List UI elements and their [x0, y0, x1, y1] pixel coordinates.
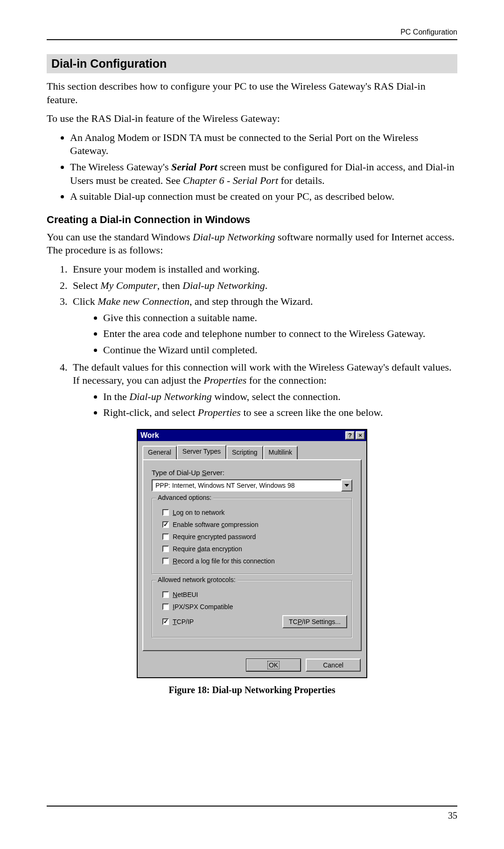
checkbox-label: NetBEUI	[173, 591, 198, 598]
figure-dialog-wrap: Work ? × General Server Types Scripting …	[47, 429, 457, 678]
subheading: Creating a Dial-in Connection in Windows	[47, 214, 457, 226]
checkbox[interactable]	[162, 603, 169, 610]
list-item: Give this connection a suitable name.	[103, 311, 457, 325]
checkbox[interactable]	[162, 509, 169, 516]
steps-list: Ensure your modem is installed and worki…	[47, 263, 457, 420]
checkbox-row[interactable]: IPX/SPX Compatible	[162, 603, 347, 610]
list-item: Enter the area code and telephone number…	[103, 327, 457, 341]
step-text: The default values for this connection w…	[73, 361, 452, 386]
tab-server-types[interactable]: Server Types	[177, 445, 226, 459]
checkbox[interactable]	[162, 558, 169, 564]
dialog-footer: OK Cancel	[138, 655, 366, 677]
dropdown-value: PPP: Internet, Windows NT Server, Window…	[152, 479, 341, 491]
list-item: Select My Computer, then Dial-up Network…	[70, 279, 457, 293]
window-title: Work	[140, 431, 159, 440]
list-item: An Analog Modem or ISDN TA must be conne…	[70, 131, 457, 158]
checkbox-label: IPX/SPX Compatible	[173, 603, 233, 610]
checkbox-row[interactable]: Require encrypted password	[162, 533, 347, 540]
cancel-button[interactable]: Cancel	[306, 659, 361, 672]
checkbox[interactable]: ✓	[162, 618, 169, 625]
figure-caption: Figure 18: Dial-up Networking Properties	[47, 685, 457, 695]
tab-general[interactable]: General	[142, 446, 177, 460]
checkbox-label: Record a log file for this connection	[173, 557, 275, 565]
list-item: Continue the Wizard until completed.	[103, 344, 457, 357]
checkbox-label: Require encrypted password	[173, 533, 256, 540]
sub-list: Give this connection a suitable name. En…	[73, 311, 457, 357]
server-type-label: Type of Dial-Up Server:	[152, 469, 354, 477]
intro-paragraph: This section describes how to configure …	[47, 80, 457, 106]
list-item: The default values for this connection w…	[70, 361, 457, 420]
page: PC Configuration Dial-in Configuration T…	[0, 0, 504, 849]
chevron-down-icon[interactable]	[341, 479, 352, 491]
close-button[interactable]: ×	[356, 431, 365, 440]
help-button[interactable]: ?	[345, 431, 355, 440]
group-legend: Advanced options:	[156, 494, 213, 501]
checkbox[interactable]	[162, 533, 169, 540]
checkbox[interactable]	[162, 546, 169, 552]
help-icon: ?	[348, 432, 352, 439]
list-item: Click Make new Connection, and step thro…	[70, 295, 457, 357]
checkbox-label: Log on to network	[173, 509, 224, 516]
lead-paragraph: To use the RAS Dial-in feature of the Wi…	[47, 112, 457, 126]
checkbox-row[interactable]: NetBEUI	[162, 591, 347, 598]
properties-dialog: Work ? × General Server Types Scripting …	[137, 429, 367, 678]
ok-button[interactable]: OK	[246, 659, 301, 672]
advanced-options-group: Advanced options: Log on to network ✓ En…	[152, 498, 352, 575]
list-item: The Wireless Gateway's Serial Port scree…	[70, 161, 457, 187]
list-item: A suitable Dial-up connection must be cr…	[70, 190, 457, 203]
step-text: Click Make new Connection, and step thro…	[73, 295, 313, 307]
checkbox[interactable]	[162, 591, 169, 598]
tab-panel: Type of Dial-Up Server: PPP: Internet, W…	[142, 459, 362, 651]
list-item: Right-click, and select Properties to se…	[103, 406, 457, 420]
titlebar[interactable]: Work ? ×	[138, 430, 366, 441]
server-type-dropdown[interactable]: PPP: Internet, Windows NT Server, Window…	[152, 479, 352, 491]
tab-scripting[interactable]: Scripting	[226, 446, 263, 460]
requirements-list: An Analog Modem or ISDN TA must be conne…	[47, 131, 457, 203]
checkbox-row[interactable]: Require data encryption	[162, 545, 347, 553]
tabstrip: General Server Types Scripting Multilink	[138, 441, 366, 459]
sub-intro: You can use the standard Windows Dial-up…	[47, 231, 457, 257]
checkbox-label: Require data encryption	[173, 545, 242, 553]
allowed-protocols-group: Allowed network protocols: NetBEUI IPX/S…	[152, 580, 352, 638]
group-legend: Allowed network protocols:	[156, 576, 238, 583]
close-icon: ×	[358, 432, 362, 439]
list-item: In the Dial-up Networking window, select…	[103, 390, 457, 404]
tab-multilink[interactable]: Multilink	[263, 446, 298, 460]
header-rule	[47, 39, 457, 40]
sub-list: In the Dial-up Networking window, select…	[73, 390, 457, 420]
section-title: Dial-in Configuration	[47, 54, 457, 73]
tcpip-settings-button[interactable]: TCP/IP Settings...	[282, 615, 347, 628]
checkbox-row[interactable]: Log on to network	[162, 509, 347, 516]
footer-rule	[47, 806, 457, 807]
checkbox-row[interactable]: Record a log file for this connection	[162, 557, 347, 565]
page-number: 35	[47, 810, 457, 821]
checkbox-label: TCP/IP	[173, 618, 282, 625]
header-right: PC Configuration	[47, 28, 457, 36]
checkbox-row[interactable]: ✓ TCP/IP TCP/IP Settings...	[162, 615, 347, 628]
list-item: Ensure your modem is installed and worki…	[70, 263, 457, 276]
checkbox-label: Enable software compression	[173, 521, 259, 528]
checkbox[interactable]: ✓	[162, 521, 169, 528]
checkbox-row[interactable]: ✓ Enable software compression	[162, 521, 347, 528]
